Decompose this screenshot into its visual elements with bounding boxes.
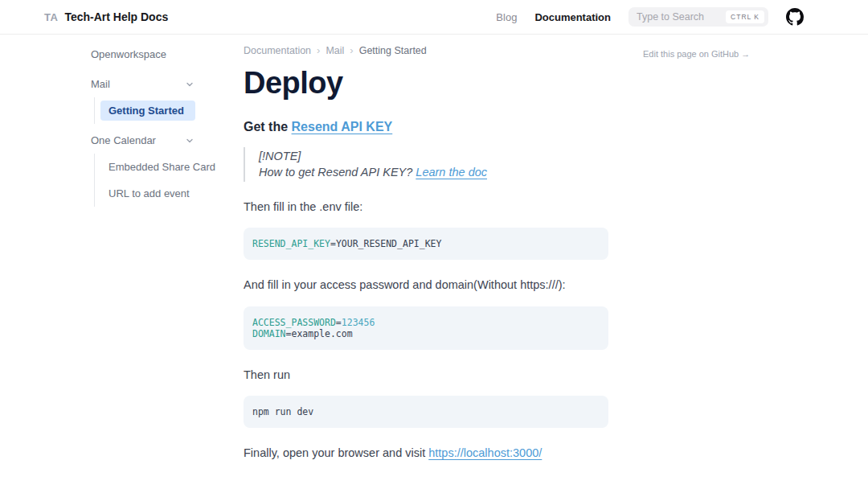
paragraph-env: Then fill in the .env file: xyxy=(244,199,608,215)
note-tag: [!NOTE] xyxy=(259,149,608,165)
section-heading-text: Get the xyxy=(244,120,292,134)
code-value: example.com xyxy=(291,328,352,339)
page-layout: Openworkspace Mail Getting Started One C… xyxy=(0,35,868,489)
nav-link-blog[interactable]: Blog xyxy=(496,11,517,23)
localhost-link[interactable]: https://localhost:3000/ xyxy=(428,446,542,459)
sidebar-item-mail[interactable]: Mail xyxy=(91,74,195,94)
doc-content: Documentation › Mail › Getting Started D… xyxy=(244,35,608,489)
search-box[interactable]: CTRL K xyxy=(628,7,768,27)
header-nav: Blog Documentation CTRL K xyxy=(496,7,804,27)
search-shortcut-kbd: CTRL K xyxy=(726,10,764,23)
sidebar-group-mail: Getting Started xyxy=(94,97,195,124)
paragraph-run: Then run xyxy=(244,367,608,383)
code-block-run[interactable]: npm run dev xyxy=(244,396,608,428)
section-heading: Get the Resend API KEY xyxy=(244,120,608,134)
sidebar-item-label: Mail xyxy=(91,78,110,90)
site-title: Tech-Art Help Docs xyxy=(64,10,168,23)
github-icon xyxy=(786,8,804,26)
resend-api-key-link[interactable]: Resend API KEY xyxy=(292,120,393,134)
sidebar-item-getting-started[interactable]: Getting Started xyxy=(100,101,195,121)
site-logo[interactable]: TA Tech-Art Help Docs xyxy=(44,10,168,23)
sidebar-item-one-calendar[interactable]: One Calendar xyxy=(91,130,195,150)
breadcrumb-item-mail[interactable]: Mail xyxy=(326,45,344,56)
note-text: How to get Resend API KEY? Learn the doc xyxy=(259,165,608,181)
github-link[interactable] xyxy=(786,8,804,26)
breadcrumb-item-getting-started: Getting Started xyxy=(359,45,427,56)
docs-sidebar: Openworkspace Mail Getting Started One C… xyxy=(91,35,195,489)
sidebar-item-embedded-share-card[interactable]: Embedded Share Card xyxy=(100,157,195,177)
breadcrumb-item-documentation[interactable]: Documentation xyxy=(244,45,311,56)
chevron-right-icon: › xyxy=(317,44,320,56)
paragraph-final: Finally, open your browser and visit htt… xyxy=(244,445,608,461)
code-value: 123456 xyxy=(342,317,375,328)
breadcrumb: Documentation › Mail › Getting Started xyxy=(244,44,608,56)
toc-column: Edit this page on GitHub → xyxy=(643,35,780,489)
code-value: YOUR_RESEND_API_KEY xyxy=(336,238,442,249)
logo-icon: TA xyxy=(44,11,58,23)
note-blockquote: [!NOTE] How to get Resend API KEY? Learn… xyxy=(244,147,608,182)
sidebar-item-label: One Calendar xyxy=(91,134,156,146)
search-input[interactable] xyxy=(637,11,721,23)
chevron-right-icon: › xyxy=(350,44,353,56)
chevron-down-icon xyxy=(186,137,194,145)
chevron-down-icon xyxy=(186,80,194,88)
sidebar-item-url-to-add-event[interactable]: URL to add event xyxy=(100,183,195,203)
nav-link-documentation[interactable]: Documentation xyxy=(534,11,611,23)
sidebar-group-one-calendar: Embedded Share Card URL to add event xyxy=(94,154,195,207)
learn-the-doc-link[interactable]: Learn the doc xyxy=(416,166,487,179)
code-key: RESEND_API_KEY xyxy=(252,238,330,249)
sidebar-item-label: Openworkspace xyxy=(91,48,166,60)
code-key: ACCESS_PASSWORD xyxy=(252,317,336,328)
code-block-access[interactable]: ACCESS_PASSWORD=123456 DOMAIN=example.co… xyxy=(244,306,608,350)
paragraph-access: And fill in your access password and dom… xyxy=(244,277,608,293)
sidebar-item-openworkspace[interactable]: Openworkspace xyxy=(91,44,195,64)
edit-page-link[interactable]: Edit this page on GitHub → xyxy=(643,49,750,59)
top-navbar: TA Tech-Art Help Docs Blog Documentation… xyxy=(0,0,868,35)
code-block-env[interactable]: RESEND_API_KEY=YOUR_RESEND_API_KEY xyxy=(244,228,608,260)
code-key: DOMAIN xyxy=(252,328,286,339)
page-title: Deploy xyxy=(244,66,608,101)
